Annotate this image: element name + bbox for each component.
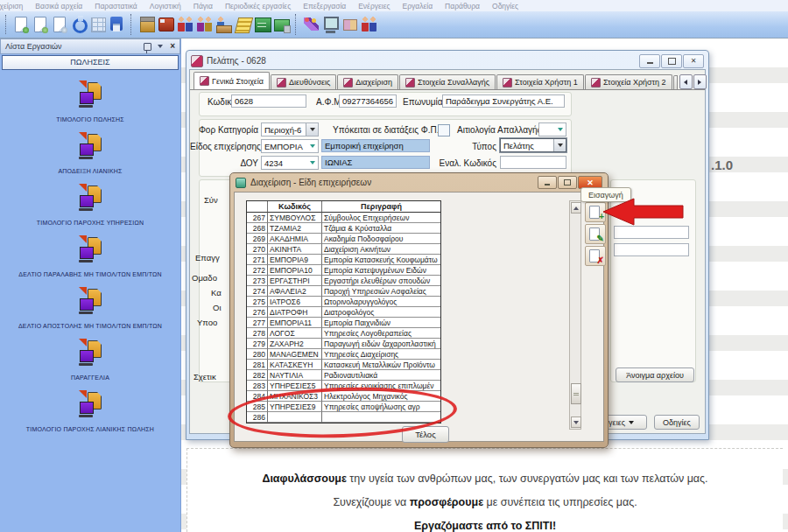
table-row[interactable]: 279ΖΑΧΑΡΗ2Παραγωγή ειδών ζαχαροπλαστική [247,339,440,349]
tax-office-select[interactable]: 4234 [261,156,319,170]
close-icon[interactable]: × [170,43,175,50]
toolbar-separator [295,14,298,35]
delete-icon: ✗ [597,256,604,265]
refresh-icon[interactable] [69,14,88,35]
salesperson-icon[interactable] [215,14,233,35]
banner-line-1: Διαφυλάσσουμε την υγεία των ανθρώπων μας… [187,472,783,485]
task-item[interactable]: ΤΙΜΟΛΟΓΙΟ ΠΩΛΗΣΗΣ [0,82,180,125]
partial-label: Σύν [204,195,218,205]
task-item[interactable]: ΠΑΡΑΓΓΕΛΙΑ [0,340,180,383]
minimize-button[interactable] [639,54,660,68]
help-button[interactable]: Οδηγίες [654,415,700,430]
vat-checkbox[interactable] [438,124,450,136]
documents-icon[interactable] [234,14,252,35]
table-icon[interactable] [88,14,107,35]
table-row[interactable]: 277ΕΜΠΟΡΙΑ11Εμπορία Παιχνιδιών [247,318,440,328]
menu-item[interactable]: Παράθυρα [445,2,480,10]
type-select[interactable]: Πελάτης [500,138,566,152]
new-doc-icon[interactable] [11,14,30,35]
delete-row-button[interactable]: ✗ [585,246,606,266]
table-row[interactable]: 272ΕΜΠΟΡΙΑ10Εμπορία Κατεψυγμένων Ειδών [247,265,440,276]
business-type-label: Είδος επιχείρησης [190,142,258,151]
delete-doc-icon[interactable] [50,14,68,35]
items-icon[interactable] [137,14,156,35]
scroll-down-icon[interactable] [571,416,581,428]
close-button[interactable]: ✕ [683,54,704,68]
menu-item[interactable]: Επεξεργασία [303,2,346,10]
menu-item[interactable]: Βασικά αρχεία [35,2,82,10]
scroll-thumb[interactable] [571,383,581,404]
table-row[interactable]: 281ΚΑΤΑΣΚΕΥΗΚατασκευή Μεταλλικών Προϊόντ… [247,360,440,370]
open-doc-icon[interactable] [31,14,49,35]
table-row[interactable]: 271ΕΜΠΟΡΙΑ9Εμπορία Κατασκευής Κουφωμάτω [247,255,440,265]
table-row[interactable]: 268ΤΖΑΜΙΑ2Τζάμια & Κρύσταλλα [247,223,440,234]
routes-icon[interactable] [157,14,175,35]
table-row[interactable]: 269ΑΚΑΔΗΜΙΑΑκαδημία Ποδοσφαίρου [247,234,440,244]
tab-partial[interactable] [673,75,678,89]
code-field[interactable]: 0628 [231,94,306,108]
business-type-select[interactable]: ΕΜΠΟΡΙΑ [261,139,319,153]
menu-item[interactable]: Ενέργειες [358,2,390,10]
table-row[interactable]: 270ΑΚΙΝΗΤΑΔιαχείριση Ακινήτων [247,244,440,255]
tab-scroll-right-icon[interactable] [693,74,707,89]
menu-item[interactable]: Περιοδικές εργασίες [225,2,291,10]
task-list-items: ΤΙΜΟΛΟΓΙΟ ΠΩΛΗΣΗΣ ΑΠΟΔΕΙΞΗ ΛΙΑΝΙΚΗΣ ΤΙΜΟ… [0,71,180,444]
menu-item[interactable]: Λογιστική [150,2,181,10]
menu-item[interactable]: Πάγια [193,2,213,10]
menu-item[interactable]: Εργαλεία [403,2,433,10]
tab[interactable]: Στοιχεία Χρήστη 2 [585,74,672,89]
extra-field-2[interactable] [614,243,689,256]
suppliers-icon[interactable] [195,14,214,35]
users-icon[interactable] [360,14,378,35]
table-row[interactable]: 276ΔΙΑΤΡΟΦΗΔιατροφολόγος [247,307,440,318]
menu-item[interactable]: Παραστατικά [95,2,137,10]
afm-field[interactable]: 09277364656 [339,94,397,108]
dialog-minimize-button[interactable] [538,176,557,189]
menu-item[interactable]: Διαχείριση [0,2,23,10]
window-title: Πελάτης - 0628 [207,56,639,66]
dialog-maximize-button[interactable] [558,176,577,189]
task-item[interactable]: ΤΙΜΟΛΟΓΙΟ ΠΑΡΟΧΗΣ ΥΠΗΡΕΣΙΩΝ [0,186,180,228]
tab[interactable]: Διαχείριση [337,74,398,89]
design-icon[interactable] [302,14,320,35]
open-file-button[interactable]: Άνοιγμα αρχείου [616,368,694,382]
toolbar-group-file [11,14,126,35]
pin-icon[interactable] [144,43,151,51]
dropdown-arrow-icon [553,139,566,151]
exemption-reason-select[interactable] [538,122,566,136]
tax-category-select[interactable]: Περιοχή-6 [261,122,319,136]
menu-item[interactable]: Οδηγίες [492,2,518,10]
chevron-down-icon[interactable] [158,45,163,48]
tab-scroll-left-icon[interactable] [679,74,693,89]
network-icon[interactable] [253,14,271,35]
table-row[interactable]: 273ΕΡΓΑΣΤΗΡΙΕργαστήρι ελευθέρων σπουδών [247,276,440,286]
maximize-button[interactable] [661,54,682,68]
alt-code-field[interactable] [500,156,566,169]
company-name-field[interactable]: Παράδειγμα Συνεργάτης Α.Ε. [442,94,565,108]
table-row[interactable]: 275ΙΑΤΡΟΣ6Ωτορινολαρυγγολόγος [247,297,440,307]
table-row[interactable]: 278ΛΟΓΟΣΥπηρεσίες Λογοθεραπείας [247,328,440,339]
toolbar-handle[interactable] [5,15,9,34]
edit-row-button[interactable]: ✎ [585,224,606,244]
tab[interactable]: Διευθύνσεις [271,74,336,89]
cards-icon[interactable] [341,14,359,35]
task-item[interactable]: ΔΕΛΤΙΟ ΑΠΟΣΤΟΛΗΣ ΜΗ ΤΙΜΟΛ/ΤΩΝ ΕΜΠ/ΤΩΝ [0,289,180,332]
table-row[interactable]: 280MANAGEMENΥπηρεσίες Διαχείρισης [247,349,440,360]
table-row[interactable]: 267ΣΥΜΒΟΥΛΟΣΣύμβουλος Επιχειρήσεων [247,213,440,223]
task-item[interactable]: ΤΙΜΟΛΟΓΙΟ ΠΑΡΟΧΗΣ ΛΙΑΝΙΚΗΣ ΠΩΛΗΣΗ [0,392,180,435]
table-scrollbar[interactable] [569,200,581,430]
table-row[interactable]: 282ΝΑΥΤΙΛΙΑΡαδιοναυτιλιακά [247,370,440,381]
dialog-icon [236,178,246,188]
terminal-icon[interactable] [321,14,340,35]
tab[interactable]: Στοιχεία Συναλλαγής [399,74,496,89]
task-item[interactable]: ΔΕΛΤΙΟ ΠΑΡΑΛΑΒΗΣ ΜΗ ΤΙΜΟΛ/ΤΩΝ ΕΜΠ/ΤΩΝ [0,237,180,280]
tab[interactable]: Στοιχεία Χρήστη 1 [496,74,584,89]
task-item[interactable]: ΑΠΟΔΕΙΞΗ ΛΙΑΝΙΚΗΣ [0,134,180,177]
extra-field-1[interactable] [614,226,689,239]
customers-icon[interactable] [176,14,194,35]
table-row[interactable]: 274ΑΦΑΛΕΙΑ2Παροχή Υπηρεσιών Ασφαλείας [247,286,440,297]
save-icon[interactable] [108,14,126,35]
scroll-up-icon[interactable] [571,202,581,214]
tab[interactable]: Γενικά Στοιχεία [193,72,270,89]
finance-icon[interactable] [272,14,291,35]
